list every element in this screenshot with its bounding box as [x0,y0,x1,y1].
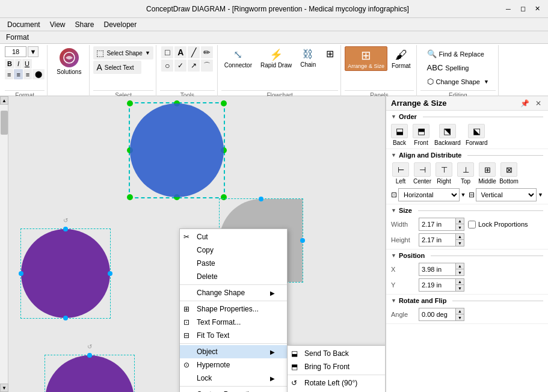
order-section-header[interactable]: ▼ Order [391,113,543,120]
scroll-up-btn[interactable]: ▲ [0,96,8,105]
h-r2[interactable] [300,238,305,243]
ctx-fit-to-text[interactable]: ⊟ Fit To Text [180,329,287,342]
change-shape-button[interactable]: ⬡ Change Shape ▼ [423,75,493,88]
pen-tool[interactable]: ✏ [201,46,213,58]
order-forward-btn[interactable]: ⬕ Forward [466,124,488,146]
y-spin-up[interactable]: ▲ [455,279,464,285]
panel-pin-btn[interactable]: 📌 [519,99,531,108]
rotate-handle2[interactable]: ↺ [87,343,92,350]
circle-tool[interactable]: ○ [161,60,173,72]
angle-spin-up[interactable]: ▲ [455,308,464,314]
flowchart-extra-button[interactable]: ⊞ [321,46,338,61]
align-center-btn[interactable]: ≡ [14,69,22,79]
order-back-btn[interactable]: ⬓ Back [391,124,408,146]
handle-tr[interactable] [221,100,227,106]
align-left-btn[interactable]: ≡ [5,69,13,79]
bold-button[interactable]: B [5,59,14,69]
align-bottom-btn[interactable]: ⊠ Bottom [499,162,519,185]
size-section-header[interactable]: ▼ Size [391,207,543,214]
scroll-down-btn[interactable]: ▼ [0,384,8,392]
panel-close-btn[interactable]: ✕ [534,99,543,108]
ctx-custom-props[interactable]: ⊞ Custom Properties [180,388,287,392]
select-shape-button[interactable]: ⬚ Select Shape ▼ [93,46,153,60]
position-section-header[interactable]: ▼ Position [391,252,543,259]
rapid-draw-button[interactable]: ⚡ Rapid Draw [257,46,295,70]
angle-spin-down[interactable]: ▼ [455,314,464,320]
font-size-input[interactable] [5,46,26,57]
vertical-distribute-select[interactable]: Vertical [476,188,537,201]
width-input[interactable] [419,218,455,230]
canvas-area[interactable]: ↺ ↺ [8,96,386,392]
ctx-object[interactable]: Object ▶ ⬓ Send To Back ⬒ Bring To Front [180,345,287,358]
horizontal-distribute-select[interactable]: Horizontal [398,188,460,201]
y-spin-down[interactable]: ▼ [455,285,464,291]
width-spin-down[interactable]: ▼ [455,224,464,230]
vertical-scrollbar[interactable]: ▲ ▼ [0,96,8,392]
width-spin-up[interactable]: ▲ [455,218,464,224]
x-spin-up[interactable]: ▲ [455,263,464,269]
h-l[interactable] [19,271,23,276]
lock-proportions-label[interactable]: Lock Proportions [468,221,528,228]
ctx-shape-props[interactable]: ⊞ Shape Properties... [180,302,287,316]
angle-input[interactable] [419,308,455,320]
align-left-btn[interactable]: ⊢ Left [391,162,410,185]
x-spin-down[interactable]: ▼ [455,269,464,275]
ctx-text-format[interactable]: ⊡ Text Format... [180,316,287,329]
check-tool[interactable]: ✓ [174,60,186,72]
menu-share[interactable]: Share [70,19,99,30]
underline-button[interactable]: U [22,59,32,69]
arrange-size-button[interactable]: ⊞ Arrange & Size [345,46,387,71]
line-tool[interactable]: ╱ [188,46,200,58]
x-input[interactable] [419,263,455,275]
rotate-handle[interactable]: ↺ [63,217,68,224]
indent-btn[interactable]: ⬤ [32,69,45,79]
spelling-button[interactable]: ABC Spelling [423,61,493,74]
rotate-section-header[interactable]: ▼ Rotate and Flip [391,297,543,304]
ctx-paste[interactable]: Paste [180,257,287,270]
lock-proportions-checkbox[interactable] [468,221,476,228]
align-section-header[interactable]: ▼ Align and Distribute [391,152,543,159]
height-input[interactable] [419,234,455,246]
h-top3[interactable] [87,353,92,358]
close-button[interactable]: ✕ [531,4,543,14]
restore-button[interactable]: ◻ [517,4,529,14]
sub-send-to-back[interactable]: ⬓ Send To Back [288,347,386,360]
ctx-copy[interactable]: Copy [180,243,287,257]
align-center-btn[interactable]: ⊣ Center [413,162,432,185]
align-middle-btn[interactable]: ⊞ Middle [478,162,497,185]
handle-tl[interactable] [127,100,133,106]
handle-bl[interactable] [127,194,133,200]
find-replace-button[interactable]: 🔍 Find & Replace [423,47,493,60]
font-size-down[interactable]: ▼ [28,46,38,57]
solutions-button[interactable]: Solutions [52,46,85,77]
ctx-hypernote[interactable]: ⊙ Hypernote [180,358,287,372]
ctx-change-shape[interactable]: Change Shape ▶ [180,286,287,299]
sub-bring-to-front[interactable]: ⬒ Bring To Front [288,360,386,373]
h-bot[interactable] [63,316,68,320]
menu-view[interactable]: View [45,19,70,30]
h-r[interactable] [108,271,112,276]
ctx-cut[interactable]: ✂ Cut [180,230,287,243]
select-text-button[interactable]: A Select Text [93,61,141,74]
h-top2[interactable] [259,197,263,201]
connector-button[interactable]: ⤡ Connector [221,46,255,70]
sub-rotate-left[interactable]: ↺ Rotate Left (90°) [288,376,386,390]
align-right-btn[interactable]: ⊤ Right [434,162,454,185]
height-spin-down[interactable]: ▼ [455,240,464,246]
order-front-btn[interactable]: ⬒ Front [413,124,429,146]
menu-developer[interactable]: Developer [99,19,142,30]
scroll-thumb[interactable] [1,111,8,135]
align-top-btn[interactable]: ⊥ Top [456,162,475,185]
order-backward-btn[interactable]: ⬔ Backward [434,124,461,146]
ctx-delete[interactable]: Delete [180,270,287,283]
curve-tool[interactable]: ⌒ [201,60,213,72]
chain-button[interactable]: ⛓ Chain [297,46,319,70]
ctx-lock[interactable]: Lock ▶ [180,372,287,385]
tab-format[interactable]: Format [0,31,35,43]
align-right-btn[interactable]: ≡ [23,69,32,79]
menu-document[interactable]: Document [2,19,45,30]
y-input[interactable] [419,279,455,291]
italic-button[interactable]: I [15,59,22,69]
sub-rotate-right[interactable]: ↻ Rotate Right (90°) [288,390,386,392]
arrow-tool[interactable]: ↗ [188,60,200,72]
